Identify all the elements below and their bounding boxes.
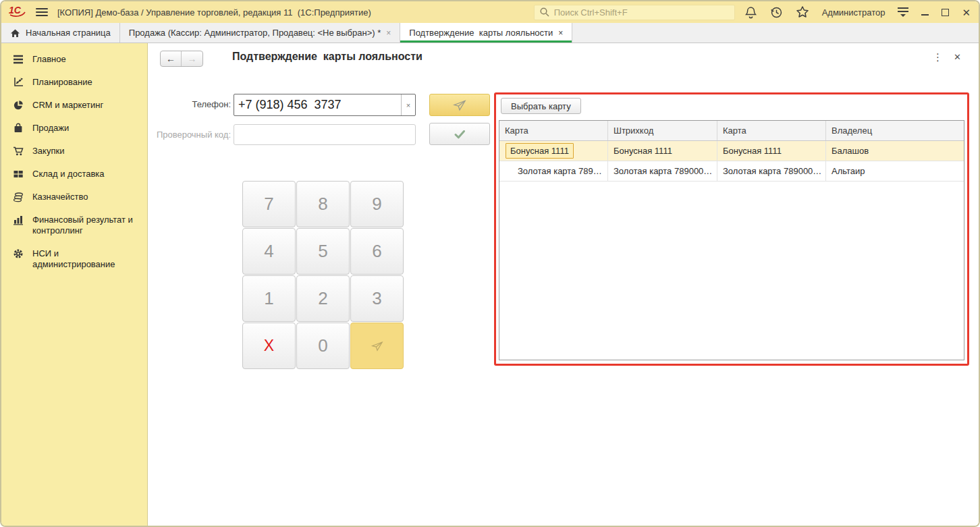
nav-buttons: ← → — [160, 51, 203, 67]
cell[interactable]: Балашов — [826, 141, 964, 161]
table-row[interactable]: Бонусная 1111 Бонусная 1111 Бонусная 111… — [499, 141, 964, 161]
key-send[interactable] — [350, 323, 404, 369]
search-icon — [539, 7, 550, 18]
tab-bar: Начальная страница Продажа (Кассир: Адми… — [1, 23, 979, 43]
sidebar-item-main[interactable]: Главное — [1, 48, 147, 71]
back-button[interactable]: ← — [161, 51, 182, 66]
cell[interactable]: Золотая карта 789000… — [608, 161, 717, 181]
form-close-icon[interactable]: ✕ — [954, 52, 961, 62]
forward-button[interactable]: → — [182, 51, 202, 66]
svg-text:1С: 1С — [9, 5, 22, 16]
key-8[interactable]: 8 — [296, 181, 350, 227]
cell[interactable]: Золотая карта 789… — [499, 161, 608, 181]
sidebar-item-planning[interactable]: Планирование — [1, 71, 147, 94]
notifications-bell-icon[interactable] — [744, 6, 757, 19]
phone-field: × — [234, 94, 416, 116]
maximize-button[interactable] — [942, 9, 949, 16]
table-row[interactable]: Золотая карта 789… Золотая карта 789000…… — [499, 161, 964, 182]
more-menu-icon[interactable]: ⋮ — [933, 51, 942, 63]
page-title: Подтверждение карты лояльности — [232, 51, 423, 63]
numeric-keypad: 7 8 9 4 5 6 1 2 3 X 0 — [242, 181, 404, 369]
blocks-grid-icon — [13, 169, 24, 179]
sidebar-item-warehouse-delivery[interactable]: Склад и доставка — [1, 163, 147, 186]
sidebar-item-treasury[interactable]: Казначейство — [1, 186, 147, 209]
col-header-barcode[interactable]: Штрихкод — [608, 121, 717, 140]
paper-plane-icon — [371, 340, 384, 352]
plan-chart-icon — [13, 77, 24, 88]
coins-icon — [13, 192, 24, 202]
code-label: Проверочный код: — [148, 130, 231, 140]
1c-logo-icon: 1С — [8, 5, 26, 20]
search-input[interactable] — [554, 7, 730, 18]
confirm-button[interactable] — [429, 123, 490, 145]
shopping-bag-icon — [13, 123, 24, 134]
current-user[interactable]: Администратор — [822, 7, 886, 18]
sidebar-item-sales[interactable]: Продажи — [1, 117, 147, 140]
table-empty-area — [499, 182, 964, 360]
cell[interactable]: Альтаир — [826, 161, 964, 181]
clear-phone-icon[interactable]: × — [401, 94, 415, 115]
main-menu-icon[interactable] — [36, 8, 48, 16]
bars-icon — [13, 54, 24, 65]
sidebar-item-crm-marketing[interactable]: CRM и маркетинг — [1, 94, 147, 117]
sidebar-item-financial-result[interactable]: Финансовый результат и контроллинг — [1, 209, 147, 242]
sidebar-item-label: НСИ и администрирование — [32, 248, 142, 270]
tab-close-icon[interactable]: × — [558, 28, 563, 38]
sidebar-item-label: Склад и доставка — [32, 169, 105, 179]
sidebar-item-label: Закупки — [32, 146, 64, 157]
tab-sale[interactable]: Продажа (Кассир: Администратор, Продавец… — [120, 23, 401, 43]
key-clear[interactable]: X — [242, 323, 296, 369]
col-header-owner[interactable]: Владелец — [826, 121, 964, 140]
sections-panel: Главное Планирование CRM и маркетинг Про… — [1, 43, 148, 526]
code-input[interactable] — [234, 125, 415, 144]
minimize-button[interactable] — [921, 9, 929, 16]
cell[interactable]: Золотая карта 789000… — [717, 161, 826, 181]
key-9[interactable]: 9 — [350, 181, 404, 227]
favorites-star-icon[interactable] — [796, 5, 809, 19]
loyalty-card-form: ← → Подтверждение карты лояльности ⋮ ✕ Т… — [148, 43, 979, 526]
phone-label: Телефон: — [148, 99, 231, 109]
tab-loyalty-card-confirmation[interactable]: Подтверждение карты лояльности × — [400, 23, 572, 43]
tab-label: Подтверждение карты лояльности — [409, 28, 553, 38]
window-title: [КОПИЯ] Демо-база / Управление торговлей… — [57, 7, 371, 18]
key-5[interactable]: 5 — [296, 228, 350, 275]
checkmark-icon — [452, 128, 467, 140]
content-area: Главное Планирование CRM и маркетинг Про… — [1, 43, 979, 526]
service-menu-icon[interactable] — [898, 7, 908, 17]
sidebar-item-purchases[interactable]: Закупки — [1, 140, 147, 163]
key-4[interactable]: 4 — [242, 228, 296, 275]
key-1[interactable]: 1 — [242, 275, 296, 322]
table-header: Карта Штрихкод Карта Владелец — [499, 121, 964, 141]
code-field — [234, 124, 416, 145]
pie-chart-icon — [13, 100, 24, 111]
tab-home[interactable]: Начальная страница — [1, 23, 120, 43]
key-6[interactable]: 6 — [350, 228, 404, 275]
sidebar-item-label: Казначейство — [32, 192, 88, 202]
cell[interactable]: Бонусная 1111 — [608, 141, 717, 161]
focused-cell[interactable]: Бонусная 1111 — [506, 143, 574, 159]
tab-close-icon[interactable]: × — [386, 28, 391, 38]
paper-plane-icon — [452, 99, 467, 112]
col-header-card2[interactable]: Карта — [717, 121, 826, 140]
send-code-button[interactable] — [429, 94, 490, 116]
card-selection-panel-highlighted: Выбрать карту Карта Штрихкод Карта Владе… — [494, 92, 969, 366]
global-search[interactable] — [534, 5, 735, 20]
sidebar-item-label: Планирование — [32, 77, 92, 88]
close-window-button[interactable]: ✕ — [962, 7, 971, 18]
select-card-button[interactable]: Выбрать карту — [501, 98, 581, 114]
col-header-card[interactable]: Карта — [499, 121, 608, 140]
sidebar-item-nsi-administration[interactable]: НСИ и администрирование — [1, 242, 147, 276]
cards-table: Карта Штрихкод Карта Владелец Бонусная 1… — [499, 120, 964, 360]
key-7[interactable]: 7 — [242, 181, 296, 227]
sidebar-item-label: Главное — [32, 54, 66, 65]
cell[interactable]: Бонусная 1111 — [717, 141, 826, 161]
sidebar-item-label: Финансовый результат и контроллинг — [32, 215, 142, 236]
home-icon — [10, 28, 20, 38]
shopping-cart-icon — [13, 146, 24, 157]
phone-input[interactable] — [234, 94, 401, 115]
key-0[interactable]: 0 — [296, 323, 350, 369]
sidebar-item-label: Продажи — [32, 123, 69, 134]
history-icon[interactable] — [770, 6, 783, 19]
key-2[interactable]: 2 — [296, 275, 350, 322]
key-3[interactable]: 3 — [350, 275, 404, 322]
